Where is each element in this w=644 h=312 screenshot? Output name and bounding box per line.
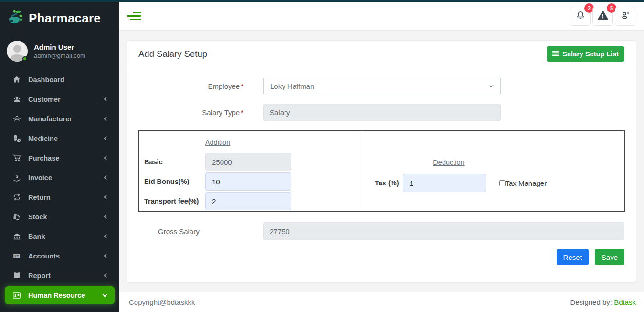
bdtask-link[interactable]: Bdtask xyxy=(614,298,636,306)
addition-header: Addition xyxy=(144,139,291,146)
sidebar-item-stock[interactable]: Stock xyxy=(0,207,119,226)
report-book-icon xyxy=(12,271,21,280)
user-name: Admin User xyxy=(34,43,85,52)
copyright-text: Copyright@bdtaskkk xyxy=(129,298,195,306)
sidebar-item-manufacturer[interactable]: Manufacturer xyxy=(0,109,119,129)
chevron-left-icon xyxy=(104,156,109,161)
sidebar-item-accounts[interactable]: $ Accounts xyxy=(0,246,119,266)
eid-bonus-input[interactable] xyxy=(205,172,291,191)
chevron-left-icon xyxy=(104,117,109,121)
deduction-header: Deduction xyxy=(420,159,477,166)
basic-label: Basic xyxy=(144,158,205,166)
employee-label: Employee* xyxy=(138,82,263,90)
medicine-icon xyxy=(12,134,21,143)
eid-bonus-label: Eid Bonus(%) xyxy=(144,178,205,185)
accounts-card-icon: $ xyxy=(12,252,21,260)
sidebar-item-customer[interactable]: Customer xyxy=(0,89,119,109)
tax-input[interactable] xyxy=(403,174,486,192)
transport-fee-input[interactable] xyxy=(205,192,291,210)
gross-salary-label: Gross Salary xyxy=(158,227,263,236)
svg-text:$: $ xyxy=(14,254,16,258)
required-asterisk: * xyxy=(241,82,243,90)
chevron-down-icon xyxy=(103,292,107,297)
online-status-dot xyxy=(22,56,27,61)
add-user-button[interactable] xyxy=(615,7,635,26)
salary-breakdown-table: Addition Basic Eid Bonus(%) Transport fe… xyxy=(138,130,625,212)
sidebar-item-report[interactable]: Report xyxy=(0,266,119,285)
sidebar-item-medicine[interactable]: Medicine xyxy=(0,129,119,148)
tax-manager-checkbox[interactable] xyxy=(499,180,506,186)
sidebar-item-bank[interactable]: Bank xyxy=(0,226,119,246)
chevron-left-icon xyxy=(104,234,109,239)
sidebar-item-employee[interactable]: Employee xyxy=(0,305,119,312)
gross-salary-input xyxy=(263,222,624,240)
chevron-left-icon xyxy=(104,215,109,219)
addition-section: Addition Basic Eid Bonus(%) Transport fe… xyxy=(139,131,362,211)
salary-type-input xyxy=(263,104,501,121)
person-plus-icon xyxy=(620,10,631,22)
transport-fee-label: Transport fee(%) xyxy=(144,197,205,205)
chevron-left-icon xyxy=(104,136,109,141)
sidebar-toggle-button[interactable] xyxy=(127,12,141,20)
dollar-hand-icon: $ xyxy=(12,173,21,182)
customer-icon xyxy=(12,95,21,104)
svg-text:$: $ xyxy=(15,173,18,179)
chevron-left-icon xyxy=(104,175,109,180)
chevron-left-icon xyxy=(104,273,109,278)
add-salary-setup-card: Add Salary Setup Salary Setup List Emplo… xyxy=(127,40,636,283)
required-asterisk: * xyxy=(241,108,243,117)
basic-input xyxy=(205,153,291,171)
designed-by: Designed by: Bdtask xyxy=(570,298,636,306)
topbar: 2 5 xyxy=(119,2,644,31)
sidebar-item-human-resource[interactable]: Human Resource xyxy=(5,286,115,304)
bank-icon xyxy=(12,232,21,241)
save-button[interactable]: Save xyxy=(595,249,624,265)
top-accent-strip xyxy=(0,0,644,2)
chevron-down-icon xyxy=(489,83,494,87)
salary-type-label: Salary Type* xyxy=(138,108,263,117)
tax-label: Tax (%) xyxy=(375,179,399,187)
sidebar-item-purchase[interactable]: Purchase xyxy=(0,148,119,168)
user-profile: Admin User admin@gmail.com xyxy=(0,40,119,62)
alerts-button[interactable]: 5 xyxy=(592,7,613,26)
salary-setup-list-button[interactable]: Salary Setup List xyxy=(547,46,624,62)
mortar-pestle-icon xyxy=(7,9,24,27)
main-content: Add Salary Setup Salary Setup List Emplo… xyxy=(119,31,644,312)
stock-icon xyxy=(12,213,21,221)
sidebar-item-invoice[interactable]: $ Invoice xyxy=(0,168,119,187)
tax-manager-label: Tax Manager xyxy=(506,179,547,187)
cart-icon xyxy=(12,154,21,162)
sidebar-item-return[interactable]: Return xyxy=(0,187,119,207)
sidebar-item-dashboard[interactable]: Dashboard xyxy=(0,70,119,89)
return-arrows-icon xyxy=(12,193,21,202)
user-email: admin@gmail.com xyxy=(34,52,85,59)
page-title: Add Salary Setup xyxy=(138,49,207,59)
brand-logo: Pharmacare xyxy=(0,2,119,29)
chevron-left-icon xyxy=(104,97,109,102)
chevron-left-icon xyxy=(104,254,109,258)
list-icon xyxy=(552,50,559,58)
footer: Copyright@bdtaskkk Designed by: Bdtask xyxy=(119,292,644,312)
reset-button[interactable]: Reset xyxy=(557,249,589,265)
sidebar-menu: Dashboard Customer Manufacturer Medicine… xyxy=(0,70,119,312)
employee-selected-value: Loky Haffman xyxy=(270,82,314,90)
employee-select[interactable]: Loky Haffman xyxy=(263,77,501,95)
brand-name: Pharmacare xyxy=(29,11,101,26)
manufacturer-icon xyxy=(12,115,21,123)
home-icon xyxy=(12,75,21,84)
chevron-left-icon xyxy=(104,195,109,200)
id-card-icon xyxy=(12,291,21,300)
warning-triangle-icon xyxy=(597,10,609,23)
sidebar: Pharmacare Admin User admin@gmail.com Da… xyxy=(0,0,119,312)
deduction-section: Deduction Tax (%) Tax Manager xyxy=(362,131,624,211)
bell-icon xyxy=(575,10,586,22)
notifications-button[interactable]: 2 xyxy=(570,7,591,26)
